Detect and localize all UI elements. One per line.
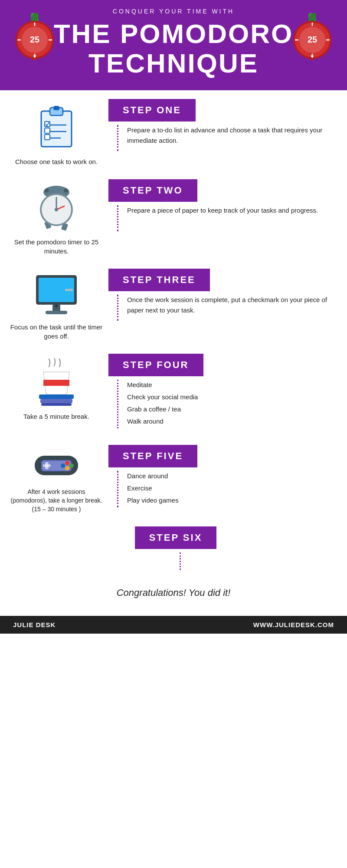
step-one-caption: Choose one task to work on. xyxy=(15,157,98,166)
svg-rect-55 xyxy=(43,380,69,386)
svg-point-46 xyxy=(64,188,68,193)
step-three-description: Once the work session is complete, put a… xyxy=(127,295,338,316)
svg-point-44 xyxy=(55,208,58,211)
step-four-section: Take a 5 minute break. STEP FOUR Meditat… xyxy=(0,349,347,436)
svg-rect-57 xyxy=(40,399,72,403)
step-three-left: Focus on the task until the timer goes o… xyxy=(9,269,104,341)
coffee-icon xyxy=(33,358,80,408)
list-item: Dance around xyxy=(127,471,178,481)
step-five-label: STEP FIVE xyxy=(108,445,197,467)
step-six-label: STEP SIX xyxy=(135,526,217,549)
step-five-right: STEP FIVE Dance around Exercise Play vid… xyxy=(104,445,338,511)
svg-rect-67 xyxy=(45,462,49,469)
step-four-list: Meditate Check your social media Grab a … xyxy=(127,380,198,427)
step-six-section: STEP SIX xyxy=(0,522,347,574)
svg-rect-30 xyxy=(53,106,59,110)
svg-text:25: 25 xyxy=(308,35,317,44)
svg-point-45 xyxy=(45,188,49,193)
tomato-right: 25 xyxy=(291,13,334,62)
step-three-label: STEP THREE xyxy=(108,269,210,291)
header-title: THE POMODORO TECHNIQUE xyxy=(9,19,338,78)
header: 25 CONQUER YOUR TIME WITH THE POMODORO T… xyxy=(0,0,347,90)
list-item: Play video games xyxy=(127,495,178,506)
svg-point-62 xyxy=(65,461,69,465)
step-two-label: STEP TWO xyxy=(108,179,197,202)
svg-point-54 xyxy=(65,289,68,291)
step-one-section: Choose one task to work on. STEP ONE Pre… xyxy=(0,95,347,171)
congrats-text: Congratulations! You did it! xyxy=(9,587,338,598)
step-three-section: Focus on the task until the timer goes o… xyxy=(0,264,347,345)
step-four-label: STEP FOUR xyxy=(108,354,203,376)
step-one-dotted: Prepare a to-do list in advance and choo… xyxy=(117,125,338,151)
step-five-description: Dance around Exercise Play video games xyxy=(127,471,178,506)
step-one-label: STEP ONE xyxy=(108,99,196,122)
main-content: Choose one task to work on. STEP ONE Pre… xyxy=(0,90,347,616)
svg-rect-58 xyxy=(41,403,72,406)
header-subtitle: CONQUER YOUR TIME WITH xyxy=(9,8,338,15)
svg-point-51 xyxy=(55,305,58,307)
step-two-description: Prepare a piece of paper to keep track o… xyxy=(127,205,318,216)
step-four-caption: Take a 5 minute break. xyxy=(23,412,89,421)
list-item: Exercise xyxy=(127,483,178,493)
step-two-caption: Set the pomodoro timer to 25 minutes. xyxy=(9,237,104,256)
list-item: Meditate xyxy=(127,380,198,390)
step-six-right: STEP SIX xyxy=(9,526,338,570)
step-one-description: Prepare a to-do list in advance and choo… xyxy=(127,125,338,146)
tomato-left: 25 xyxy=(13,13,56,62)
step-three-dotted: Once the work session is complete, put a… xyxy=(117,295,338,321)
svg-point-65 xyxy=(65,466,69,470)
svg-rect-50 xyxy=(46,311,67,314)
step-two-section: Set the pomodoro timer to 25 minutes. ST… xyxy=(0,175,347,260)
footer-right: WWW.JULIEDESK.COM xyxy=(253,621,334,628)
step-one-right: STEP ONE Prepare a to-do list in advance… xyxy=(104,99,338,155)
step-two-left: Set the pomodoro timer to 25 minutes. xyxy=(9,179,104,256)
congrats-section: Congratulations! You did it! xyxy=(0,579,347,612)
step-six-dotted xyxy=(180,552,181,570)
svg-rect-36 xyxy=(45,135,50,140)
footer-left: JULIE DESK xyxy=(13,621,56,628)
list-item: Grab a coffee / tea xyxy=(127,404,198,414)
step-three-caption: Focus on the task until the timer goes o… xyxy=(9,322,104,341)
step-four-description: Meditate Check your social media Grab a … xyxy=(127,380,198,427)
svg-point-64 xyxy=(61,464,65,468)
svg-rect-56 xyxy=(39,395,74,399)
step-five-caption: After 4 work sessions (pomodoros), take … xyxy=(9,488,104,513)
svg-point-52 xyxy=(70,289,73,291)
game-controller-icon xyxy=(33,449,80,483)
svg-point-63 xyxy=(69,464,74,468)
clipboard-icon xyxy=(37,103,76,153)
step-two-right: STEP TWO Prepare a piece of paper to kee… xyxy=(104,179,338,235)
step-four-left: Take a 5 minute break. xyxy=(9,354,104,421)
footer: JULIE DESK WWW.JULIEDESK.COM xyxy=(0,616,347,634)
alarm-clock-icon xyxy=(35,184,78,233)
monitor-icon xyxy=(33,273,80,318)
svg-rect-35 xyxy=(45,128,50,133)
svg-point-53 xyxy=(68,289,70,291)
step-two-dotted: Prepare a piece of paper to keep track o… xyxy=(117,205,318,231)
list-item: Check your social media xyxy=(127,392,198,402)
svg-text:25: 25 xyxy=(30,35,39,44)
step-five-dotted: Dance around Exercise Play video games xyxy=(117,471,178,507)
step-five-list: Dance around Exercise Play video games xyxy=(127,471,178,506)
step-three-right: STEP THREE Once the work session is comp… xyxy=(104,269,338,324)
step-four-dotted: Meditate Check your social media Grab a … xyxy=(117,380,198,428)
step-one-left: Choose one task to work on. xyxy=(9,99,104,166)
list-item: Walk around xyxy=(127,416,198,427)
step-five-section: After 4 work sessions (pomodoros), take … xyxy=(0,441,347,518)
step-four-right: STEP FOUR Meditate Check your social med… xyxy=(104,354,338,432)
step-five-left: After 4 work sessions (pomodoros), take … xyxy=(9,445,104,513)
